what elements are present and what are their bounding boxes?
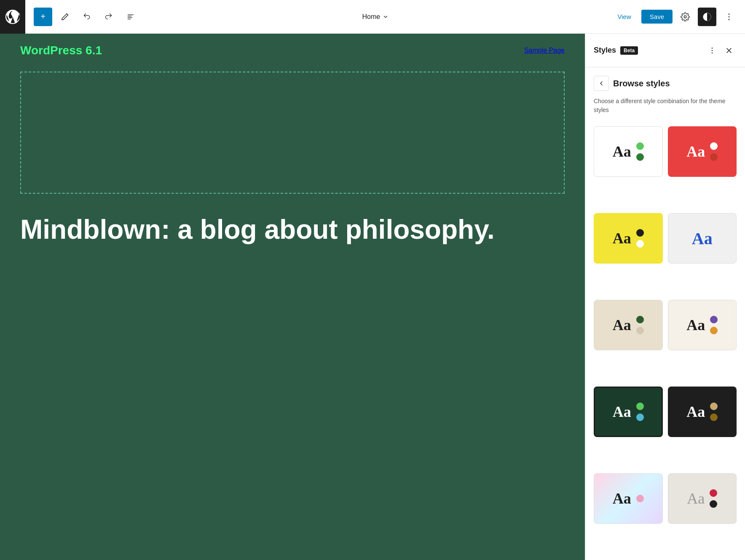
- swatch-dots: [710, 316, 718, 334]
- swatch-dots: [710, 142, 718, 161]
- edit-tool-button[interactable]: [56, 8, 74, 26]
- panel-header-actions: [705, 43, 737, 58]
- toolbar-right: View Save: [611, 8, 738, 26]
- swatch-dot-bottom: [636, 413, 644, 421]
- swatch-aa-label: Aa: [686, 143, 705, 160]
- swatch-dot-bottom: [636, 327, 644, 334]
- svg-point-1: [729, 13, 730, 15]
- swatch-dot-top: [710, 316, 718, 323]
- swatch-aa-label: Aa: [686, 403, 705, 421]
- style-swatch-black[interactable]: Aa: [668, 387, 737, 437]
- swatch-aa-label: Aa: [613, 403, 631, 421]
- swatch-dot-bottom: [710, 153, 718, 161]
- document-overview-button[interactable]: [121, 8, 140, 26]
- swatch-dots: [636, 229, 644, 248]
- style-swatch-beige[interactable]: Aa: [594, 300, 663, 350]
- toolbar: + Home View Save: [0, 0, 745, 34]
- redo-button[interactable]: [99, 8, 118, 26]
- browse-styles-header: Browse styles: [585, 67, 745, 95]
- svg-point-2: [729, 16, 730, 17]
- swatch-dot-top: [710, 403, 718, 410]
- swatch-dot-bottom: [636, 240, 644, 248]
- svg-point-3: [729, 19, 730, 20]
- swatch-dots: [710, 489, 717, 508]
- swatch-dot-top: [636, 142, 644, 150]
- home-button[interactable]: Home: [357, 10, 394, 24]
- browse-styles-title: Browse styles: [613, 79, 670, 88]
- gear-icon: [681, 12, 690, 21]
- toolbar-center: Home: [143, 10, 608, 24]
- list-icon: [126, 13, 135, 21]
- svg-point-4: [712, 47, 713, 48]
- panel-more-options-button[interactable]: [705, 43, 720, 58]
- swatch-aa-label: Aa: [613, 490, 631, 507]
- style-toggle-button[interactable]: [698, 8, 716, 26]
- chevron-down-icon: [383, 14, 389, 20]
- back-button[interactable]: [594, 76, 609, 91]
- wp-logo: [0, 0, 25, 34]
- swatch-dot-bottom: [710, 327, 718, 334]
- panel-header: Styles Beta: [585, 34, 745, 67]
- site-title: WordPress 6.1: [20, 44, 102, 57]
- ellipsis-icon: [724, 12, 734, 21]
- browse-description: Choose a different style combination for…: [585, 95, 745, 121]
- nav-link[interactable]: Sample Page: [524, 47, 565, 54]
- redo-icon: [105, 13, 113, 21]
- styles-grid: Aa Aa: [585, 121, 745, 560]
- wordpress-icon: [5, 9, 20, 24]
- style-swatch-red[interactable]: Aa: [668, 126, 737, 177]
- swatch-dot-top: [636, 495, 644, 502]
- site-nav: Sample Page: [524, 47, 565, 54]
- canvas-area: WordPress 6.1 Sample Page Mindblown: a b…: [0, 34, 585, 560]
- site-header: WordPress 6.1 Sample Page: [0, 34, 585, 67]
- pencil-icon: [61, 13, 69, 21]
- svg-point-5: [712, 50, 713, 51]
- style-swatch-yellow[interactable]: Aa: [594, 213, 663, 264]
- style-swatch-dark-green[interactable]: Aa: [594, 387, 663, 437]
- image-placeholder: [20, 72, 565, 194]
- save-button[interactable]: Save: [641, 10, 673, 24]
- swatch-dots: [636, 142, 644, 161]
- style-swatch-cream[interactable]: Aa: [668, 300, 737, 350]
- swatch-dot-bottom: [710, 413, 718, 421]
- swatch-dots: [636, 403, 644, 421]
- swatch-dot-bottom: [636, 153, 644, 161]
- style-swatch-light-gray[interactable]: Aa: [668, 213, 737, 264]
- style-swatch-pastel[interactable]: Aa: [594, 473, 663, 524]
- swatch-aa-label: Aa: [613, 229, 631, 247]
- more-options-button[interactable]: [720, 8, 738, 26]
- beta-badge: Beta: [620, 46, 638, 55]
- main-content: WordPress 6.1 Sample Page Mindblown: a b…: [0, 34, 745, 560]
- swatch-aa-label: Aa: [613, 316, 631, 334]
- swatch-dot-top: [710, 142, 718, 150]
- swatch-aa-label: Aa: [686, 316, 705, 334]
- vertical-ellipsis-icon: [708, 46, 716, 55]
- swatch-dot-top: [710, 489, 717, 497]
- style-swatch-light-beige[interactable]: Aa: [668, 473, 737, 524]
- style-swatch-default[interactable]: Aa: [594, 126, 663, 177]
- panel-close-button[interactable]: [721, 43, 737, 58]
- swatch-dots: [636, 316, 644, 334]
- swatch-dot-top: [636, 403, 644, 410]
- panel-title: Styles: [594, 46, 616, 55]
- undo-icon: [83, 13, 91, 21]
- swatch-aa-label: Aa: [687, 490, 705, 507]
- close-icon: [725, 46, 733, 55]
- hero-text: Mindblown: a blog about philosophy.: [0, 198, 585, 261]
- home-label: Home: [362, 13, 380, 21]
- undo-button[interactable]: [78, 8, 96, 26]
- add-block-button[interactable]: +: [34, 8, 52, 26]
- svg-point-6: [712, 52, 713, 53]
- swatch-dot-bottom: [710, 500, 717, 508]
- view-button[interactable]: View: [611, 10, 638, 24]
- swatch-dot-top: [636, 316, 644, 323]
- swatch-dots: [710, 403, 718, 421]
- swatch-dot-top: [636, 229, 644, 237]
- swatch-dots: [636, 495, 644, 502]
- chevron-left-icon: [598, 80, 605, 87]
- styles-panel: Styles Beta Browse styles Choose a diffe…: [585, 34, 745, 560]
- half-circle-icon: [702, 12, 712, 21]
- swatch-aa-label: Aa: [692, 229, 713, 248]
- swatch-aa-label: Aa: [613, 143, 631, 160]
- settings-button[interactable]: [676, 8, 694, 26]
